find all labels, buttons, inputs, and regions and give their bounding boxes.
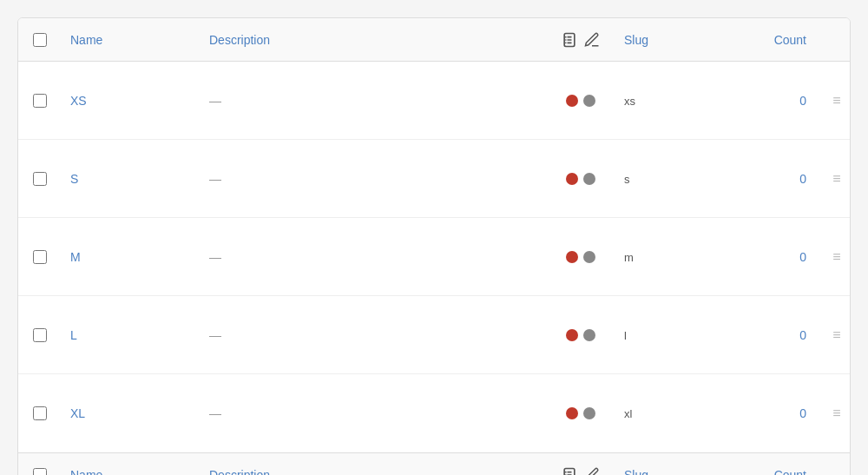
row-count-value: 0 — [799, 328, 806, 342]
row-slug-value: l — [624, 329, 627, 342]
status-dot-gray — [583, 329, 595, 341]
row-slug-value: xl — [624, 407, 632, 420]
drag-handle-icon[interactable]: ≡ — [832, 406, 840, 421]
row-description-col: — — [201, 406, 546, 421]
row-drag-col[interactable]: ≡ — [824, 171, 850, 187]
row-checkbox-s[interactable] — [33, 172, 47, 186]
table-row: S — s 0 ≡ — [18, 140, 850, 218]
footer-count-col: Count — [720, 467, 824, 476]
drag-handle-icon[interactable]: ≡ — [832, 93, 840, 109]
footer-name-label: Name — [70, 468, 102, 476]
row-slug-value: m — [624, 251, 634, 264]
footer-count-label: Count — [774, 468, 806, 476]
header-slug-col: Slug — [615, 32, 720, 48]
status-dot-gray — [583, 407, 595, 419]
table-row: XL — xl 0 ≡ — [18, 374, 850, 452]
row-checkbox-col — [18, 94, 62, 108]
row-status-icons — [546, 407, 615, 419]
row-slug-value: xs — [624, 95, 635, 108]
header-description-col: Description — [201, 32, 546, 48]
row-name-col: XS — [62, 93, 201, 109]
status-dot-gray — [583, 173, 595, 185]
header-checkbox-col — [18, 33, 62, 47]
row-description-value: — — [209, 172, 221, 186]
header-name-col: Name — [62, 32, 201, 48]
status-dot-red — [566, 251, 578, 263]
status-dot-gray — [583, 95, 595, 107]
svg-point-11 — [565, 471, 567, 472]
row-slug-col: l — [615, 327, 720, 343]
row-checkbox-xs[interactable] — [33, 94, 47, 108]
row-checkbox-col — [18, 250, 62, 264]
row-checkbox-col — [18, 172, 62, 186]
row-slug-col: s — [615, 171, 720, 187]
row-count-value: 0 — [799, 94, 806, 108]
row-slug-col: xs — [615, 93, 720, 109]
row-name-col: M — [62, 249, 201, 265]
row-description-value: — — [209, 328, 221, 342]
row-count-value: 0 — [799, 172, 806, 186]
footer-checkbox-col — [18, 468, 62, 476]
svg-point-5 — [565, 39, 567, 41]
row-name-col: S — [62, 171, 201, 187]
row-description-col: — — [201, 93, 546, 109]
footer-pen-icon — [583, 466, 601, 476]
row-count-value: 0 — [799, 250, 806, 264]
footer-slug-col: Slug — [615, 467, 720, 476]
table-body: XS — xs 0 ≡ S — [18, 62, 850, 452]
row-drag-col[interactable]: ≡ — [824, 249, 850, 265]
header-count-label: Count — [774, 33, 806, 47]
row-checkbox-l[interactable] — [33, 328, 47, 342]
row-description-value: — — [209, 250, 221, 264]
status-dot-red — [566, 95, 578, 107]
row-description-value: — — [209, 406, 221, 420]
row-status-icons — [546, 95, 615, 107]
row-checkbox-col — [18, 406, 62, 420]
footer-name-col: Name — [62, 467, 201, 476]
table-footer: Name Description Slug Count — [18, 452, 850, 475]
status-dot-red — [566, 329, 578, 341]
row-description-value: — — [209, 94, 221, 108]
drag-handle-icon[interactable]: ≡ — [832, 171, 840, 187]
row-name-value: XL — [70, 406, 85, 420]
pen-icon — [583, 31, 601, 49]
row-name-value: XS — [70, 94, 87, 108]
svg-point-4 — [565, 36, 567, 37]
row-name-value: L — [70, 328, 77, 342]
row-checkbox-col — [18, 328, 62, 342]
footer-select-all-checkbox[interactable] — [33, 468, 47, 476]
row-description-col: — — [201, 249, 546, 265]
row-count-col: 0 — [720, 406, 824, 421]
row-drag-col[interactable]: ≡ — [824, 406, 850, 421]
row-slug-col: xl — [615, 406, 720, 421]
row-count-value: 0 — [799, 406, 806, 420]
status-dot-red — [566, 173, 578, 185]
row-slug-col: m — [615, 249, 720, 265]
drag-handle-icon[interactable]: ≡ — [832, 249, 840, 265]
row-checkbox-m[interactable] — [33, 250, 47, 264]
svg-point-6 — [565, 42, 567, 43]
row-count-col: 0 — [720, 171, 824, 187]
row-status-icons — [546, 329, 615, 341]
row-count-col: 0 — [720, 249, 824, 265]
row-name-value: M — [70, 250, 81, 264]
row-drag-col[interactable]: ≡ — [824, 93, 850, 109]
header-description-label: Description — [209, 33, 270, 47]
row-name-value: S — [70, 172, 78, 186]
row-checkbox-xl[interactable] — [33, 406, 47, 420]
footer-grid-icon — [561, 466, 578, 476]
table-row: M — m 0 ≡ — [18, 218, 850, 296]
select-all-checkbox[interactable] — [33, 33, 47, 47]
row-count-col: 0 — [720, 93, 824, 109]
header-slug-label: Slug — [624, 33, 648, 47]
drag-handle-icon[interactable]: ≡ — [832, 327, 840, 343]
row-drag-col[interactable]: ≡ — [824, 327, 850, 343]
header-count-col: Count — [720, 32, 824, 48]
header-name-label: Name — [70, 33, 102, 47]
table-row: L — l 0 ≡ — [18, 296, 850, 374]
table-header: Name Description Slug — [18, 18, 850, 62]
row-status-icons — [546, 173, 615, 185]
header-icons-col — [546, 31, 615, 49]
footer-slug-label: Slug — [624, 468, 648, 476]
status-dot-gray — [583, 251, 595, 263]
